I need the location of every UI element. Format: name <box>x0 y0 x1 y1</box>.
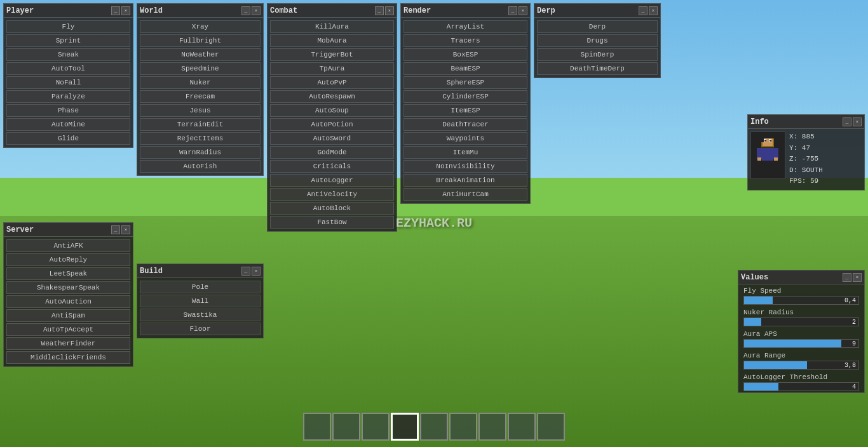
feature-btn-nuker[interactable]: Nuker <box>140 76 261 89</box>
feature-btn-weatherfinder[interactable]: WeatherFinder <box>6 337 130 350</box>
feature-btn-drugs[interactable]: Drugs <box>537 34 658 47</box>
feature-btn-autopvp[interactable]: AutoPvP <box>270 76 394 89</box>
hotbar-slot-8[interactable] <box>508 413 536 441</box>
feature-btn-autosword[interactable]: AutoSword <box>270 132 394 145</box>
feature-btn-triggerbot[interactable]: TriggerBot <box>270 48 394 61</box>
panel-render-min[interactable]: _ <box>508 6 517 15</box>
panel-build-close[interactable]: × <box>252 267 261 276</box>
feature-btn-paralyze[interactable]: Paralyze <box>6 90 130 103</box>
panel-combat-close[interactable]: × <box>385 6 394 15</box>
hotbar-slot-3[interactable] <box>362 413 390 441</box>
feature-btn-deathtimederp[interactable]: DeathTimeDerp <box>537 62 658 75</box>
feature-btn-noweather[interactable]: NoWeather <box>140 48 261 61</box>
slider-4[interactable]: 4 <box>743 382 859 391</box>
panel-derp-close[interactable]: × <box>649 6 658 15</box>
feature-btn-leetspeak[interactable]: LeetSpeak <box>6 267 130 280</box>
hotbar-slot-5[interactable] <box>420 413 448 441</box>
feature-btn-deathtracer[interactable]: DeathTracer <box>403 118 527 131</box>
feature-btn-floor[interactable]: Floor <box>140 323 261 335</box>
feature-btn-fullbright[interactable]: Fullbright <box>140 34 261 47</box>
panel-info-close[interactable]: × <box>853 117 862 126</box>
slider-2[interactable]: 9 <box>743 339 859 348</box>
hotbar-slot-4[interactable] <box>391 413 419 441</box>
feature-btn-antivelocity[interactable]: AntiVelocity <box>270 188 394 201</box>
feature-btn-middleclickfriends[interactable]: MiddleClickFriends <box>6 351 130 364</box>
panel-world-min[interactable]: _ <box>241 6 250 15</box>
feature-btn-glide[interactable]: Glide <box>6 132 130 145</box>
feature-btn-autoreply[interactable]: AutoReply <box>6 253 130 266</box>
panel-build-min[interactable]: _ <box>241 267 250 276</box>
panel-combat-header: Combat _ × <box>268 4 397 18</box>
hotbar-slot-6[interactable] <box>449 413 477 441</box>
slider-3[interactable]: 3,8 <box>743 361 859 370</box>
feature-btn-rejectitems[interactable]: RejectItems <box>140 132 261 145</box>
feature-btn-nofall[interactable]: NoFall <box>6 76 130 89</box>
feature-btn-swastika[interactable]: Swastika <box>140 309 261 321</box>
feature-btn-itemesp[interactable]: ItemESP <box>403 104 527 117</box>
feature-btn-autoblock[interactable]: AutoBlock <box>270 202 394 215</box>
feature-btn-criticals[interactable]: Criticals <box>270 160 394 173</box>
feature-btn-warnradius[interactable]: WarnRadius <box>140 146 261 159</box>
slider-1[interactable]: 2 <box>743 317 859 326</box>
feature-btn-autofish[interactable]: AutoFish <box>140 160 261 173</box>
feature-btn-sprint[interactable]: Sprint <box>6 34 130 47</box>
feature-btn-godmode[interactable]: GodMode <box>270 146 394 159</box>
feature-btn-mobaura[interactable]: MobAura <box>270 34 394 47</box>
panel-render-close[interactable]: × <box>519 6 527 15</box>
feature-btn-autologger[interactable]: AutoLogger <box>270 174 394 187</box>
feature-btn-sphereesp[interactable]: SphereESP <box>403 76 527 89</box>
feature-btn-pole[interactable]: Pole <box>140 281 261 293</box>
feature-btn-beamesp[interactable]: BeamESP <box>403 62 527 75</box>
feature-btn-breakanimation[interactable]: BreakAnimation <box>403 174 527 187</box>
panel-player-close[interactable]: × <box>121 6 130 15</box>
feature-btn-fastbow[interactable]: FastBow <box>270 216 394 229</box>
feature-btn-autopotion[interactable]: AutoPotion <box>270 118 394 131</box>
feature-btn-wall[interactable]: Wall <box>140 295 261 307</box>
feature-btn-cylinderesp[interactable]: CylinderESP <box>403 90 527 103</box>
feature-btn-xray[interactable]: Xray <box>140 20 261 33</box>
feature-btn-antiafk[interactable]: AntiAFK <box>6 239 130 252</box>
panel-info-min[interactable]: _ <box>843 117 851 126</box>
feature-btn-tracers[interactable]: Tracers <box>403 34 527 47</box>
feature-btn-antispam[interactable]: AntiSpam <box>6 309 130 322</box>
panel-combat-min[interactable]: _ <box>375 6 384 15</box>
feature-btn-speedmine[interactable]: Speedmine <box>140 62 261 75</box>
panel-world-close[interactable]: × <box>252 6 261 15</box>
feature-btn-shakespearspeak[interactable]: ShakespearSpeak <box>6 281 130 294</box>
panel-render: Render _ × ArrayListTracersBoxESPBeamESP… <box>400 3 531 204</box>
feature-btn-noinvisibility[interactable]: NoInvisibility <box>403 160 527 173</box>
feature-btn-autosoup[interactable]: AutoSoup <box>270 104 394 117</box>
hotbar-slot-9[interactable] <box>537 413 565 441</box>
feature-btn-antihurtcam[interactable]: AntiHurtCam <box>403 188 527 201</box>
feature-btn-automine[interactable]: AutoMine <box>6 118 130 131</box>
feature-btn-itemmu[interactable]: ItemMu <box>403 146 527 159</box>
feature-btn-spinderp[interactable]: SpinDerp <box>537 48 658 61</box>
feature-btn-autorespawn[interactable]: AutoRespawn <box>270 90 394 103</box>
panel-values-close[interactable]: × <box>853 273 862 282</box>
feature-btn-phase[interactable]: Phase <box>6 104 130 117</box>
panel-values-min[interactable]: _ <box>843 273 851 282</box>
slider-0[interactable]: 0,4 <box>743 296 859 305</box>
panel-build-title: Build <box>140 267 163 276</box>
hotbar-slot-1[interactable] <box>303 413 331 441</box>
feature-btn-killaura[interactable]: KillAura <box>270 20 394 33</box>
feature-btn-sneak[interactable]: Sneak <box>6 48 130 61</box>
panel-server-min[interactable]: _ <box>111 225 120 234</box>
feature-btn-fly[interactable]: Fly <box>6 20 130 33</box>
feature-btn-waypoints[interactable]: Waypoints <box>403 132 527 145</box>
panel-server-close[interactable]: × <box>121 225 130 234</box>
panel-derp-min[interactable]: _ <box>639 6 648 15</box>
feature-btn-tpaura[interactable]: TpAura <box>270 62 394 75</box>
feature-btn-derp[interactable]: Derp <box>537 20 658 33</box>
feature-btn-autotpaccept[interactable]: AutoTpAccept <box>6 323 130 336</box>
feature-btn-autoauction[interactable]: AutoAuction <box>6 295 130 308</box>
feature-btn-boxesp[interactable]: BoxESP <box>403 48 527 61</box>
feature-btn-terrainedit[interactable]: TerrainEdit <box>140 118 261 131</box>
panel-player-min[interactable]: _ <box>111 6 120 15</box>
hotbar-slot-7[interactable] <box>478 413 506 441</box>
feature-btn-jesus[interactable]: Jesus <box>140 104 261 117</box>
feature-btn-arraylist[interactable]: ArrayList <box>403 20 527 33</box>
feature-btn-autotool[interactable]: AutoTool <box>6 62 130 75</box>
hotbar-slot-2[interactable] <box>332 413 360 441</box>
feature-btn-freecam[interactable]: Freecam <box>140 90 261 103</box>
